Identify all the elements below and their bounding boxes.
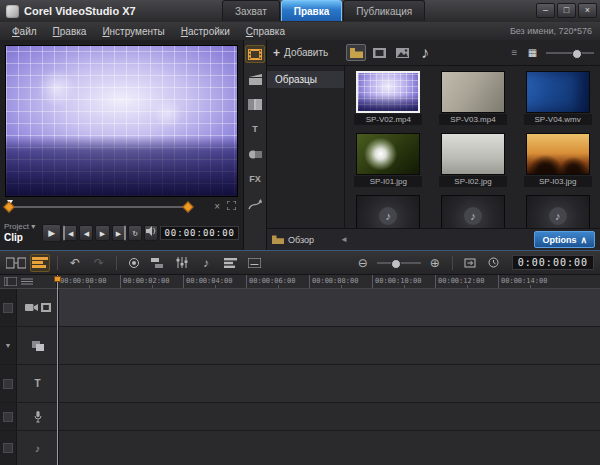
storyboard-view-icon[interactable] — [6, 254, 26, 272]
tab-edit[interactable]: Правка — [281, 0, 343, 21]
library-item[interactable]: SP-V04.wmv — [524, 71, 592, 125]
media-icon[interactable] — [245, 45, 265, 63]
menu-tools[interactable]: Инструменты — [94, 26, 172, 37]
title-track-body[interactable] — [59, 365, 600, 402]
overlay-track-header[interactable] — [17, 327, 59, 364]
show-all-tracks-icon[interactable] — [4, 277, 17, 286]
thumbnail-video[interactable] — [356, 71, 420, 113]
library-item[interactable]: SP-I02.jpg — [439, 133, 507, 187]
minimize-button[interactable]: – — [536, 3, 555, 18]
timeline-ruler[interactable]: 00:00:00:00 00:00:02:00 00:00:04:00 00:0… — [0, 275, 600, 289]
tab-share[interactable]: Публикация — [343, 0, 425, 21]
expand-tracks-button[interactable]: ▼ — [0, 327, 17, 364]
title-track-toggle[interactable] — [0, 365, 17, 402]
add-folder-button[interactable]: + Добавить — [273, 46, 343, 60]
next-frame-button[interactable]: ▶ — [95, 225, 109, 241]
ruler-scale[interactable]: 00:00:00:00 00:00:02:00 00:00:04:00 00:0… — [57, 275, 600, 288]
timeline-zoom-slider[interactable] — [377, 255, 421, 271]
playhead-handle[interactable] — [54, 276, 61, 282]
scroll-left-icon[interactable]: ◄ — [340, 235, 348, 244]
home-button[interactable]: ◀ — [63, 225, 77, 241]
thumbnail-audio[interactable]: ♪ — [356, 195, 420, 228]
video-filter-icon[interactable] — [369, 44, 389, 61]
menu-settings[interactable]: Настройки — [173, 26, 238, 37]
library-item[interactable]: ♪ — [354, 195, 422, 228]
library-item[interactable]: SP-V02.mp4 — [354, 71, 422, 125]
redo-button[interactable]: ↷ — [89, 254, 109, 272]
library-item[interactable]: SP-V03.mp4 — [439, 71, 507, 125]
delete-clip-icon[interactable]: × — [214, 200, 220, 214]
thumbnail-photo[interactable] — [526, 133, 590, 175]
record-capture-icon[interactable] — [124, 254, 144, 272]
thumbnail-size-slider[interactable] — [546, 45, 594, 61]
list-view-icon[interactable]: ≡ — [507, 45, 522, 61]
options-button[interactable]: Options ∧ — [534, 231, 595, 248]
voice-track-header[interactable] — [17, 403, 59, 430]
title-icon[interactable]: T — [245, 120, 265, 138]
menu-edit[interactable]: Правка — [45, 26, 95, 37]
previous-frame-button[interactable]: ◀ — [79, 225, 93, 241]
thumbnail-video[interactable] — [441, 71, 505, 113]
ripple-edit-icon[interactable] — [148, 254, 168, 272]
library-item[interactable]: SP-I01.jpg — [354, 133, 422, 187]
music-track-body[interactable] — [59, 431, 600, 465]
menu-file[interactable]: Файл — [4, 26, 45, 37]
fit-project-icon[interactable] — [460, 254, 480, 272]
project-duration-icon[interactable] — [484, 254, 504, 272]
thumbnail-photo[interactable] — [356, 133, 420, 175]
music-track-header[interactable]: ♪ — [17, 431, 59, 465]
filter-fx-icon[interactable]: FX — [245, 170, 265, 188]
instant-project-icon[interactable] — [245, 70, 265, 88]
timeline-timecode[interactable]: 0:00:00:00 — [512, 255, 594, 270]
graphic-icon[interactable] — [245, 145, 265, 163]
thumbnail-audio[interactable]: ♪ — [441, 195, 505, 228]
video-track-toggle[interactable] — [0, 289, 17, 326]
project-mode-label[interactable]: Project — [4, 222, 29, 231]
track-manager-icon[interactable] — [220, 254, 240, 272]
video-track-header[interactable] — [17, 289, 59, 326]
repeat-button[interactable]: ↻ — [128, 225, 142, 241]
scrubber-track[interactable] — [8, 206, 192, 208]
thumbnail-view-icon[interactable]: ▦ — [525, 45, 540, 61]
project-clip-toggle[interactable]: Project ▾ Clip — [4, 223, 42, 243]
preview-scrubber[interactable]: × — [5, 200, 236, 214]
track-scroll-icon[interactable] — [21, 277, 33, 286]
thumbnail-audio[interactable]: ♪ — [526, 195, 590, 228]
slider-thumb[interactable] — [572, 49, 582, 59]
preview-timecode[interactable]: 00:00:00:00 — [160, 226, 239, 240]
auto-music-icon[interactable]: ♪ — [196, 254, 216, 272]
thumbnail-photo[interactable] — [441, 133, 505, 175]
subtitle-editor-icon[interactable] — [244, 254, 264, 272]
sound-mixer-icon[interactable] — [172, 254, 192, 272]
clip-mode-label[interactable]: Clip — [4, 232, 42, 243]
timeline-view-icon[interactable] — [30, 254, 50, 272]
transition-icon[interactable] — [245, 95, 265, 113]
music-track-toggle[interactable] — [0, 431, 17, 465]
play-button[interactable]: ▶ — [42, 224, 61, 242]
zoom-in-icon[interactable]: ⊕ — [425, 254, 445, 272]
slider-thumb[interactable] — [391, 259, 401, 269]
trim-end-marker[interactable] — [182, 201, 193, 212]
all-media-filter-icon[interactable] — [346, 44, 366, 61]
thumbnail-video[interactable] — [526, 71, 590, 113]
maximize-button[interactable]: □ — [557, 3, 576, 18]
overlay-track-body[interactable] — [59, 327, 600, 364]
voice-track-toggle[interactable] — [0, 403, 17, 430]
mode-dropdown-icon[interactable]: ▾ — [31, 222, 35, 231]
voice-track-body[interactable] — [59, 403, 600, 430]
enlarge-preview-icon[interactable] — [227, 200, 236, 214]
undo-button[interactable]: ↶ — [65, 254, 85, 272]
library-item[interactable]: ♪ — [524, 195, 592, 228]
library-item[interactable]: ♪ — [439, 195, 507, 228]
browse-button[interactable]: Обзор — [272, 235, 314, 245]
title-track-header[interactable]: T — [17, 365, 59, 402]
volume-button[interactable] — [144, 225, 158, 241]
library-item[interactable]: SP-I03.jpg — [524, 133, 592, 187]
folder-item-samples[interactable]: Образцы — [267, 71, 344, 88]
photo-filter-icon[interactable] — [392, 44, 412, 61]
video-track-body[interactable] — [59, 289, 600, 326]
close-button[interactable]: × — [578, 3, 597, 18]
zoom-out-icon[interactable]: ⊖ — [353, 254, 373, 272]
menu-help[interactable]: Справка — [238, 26, 293, 37]
end-button[interactable]: ▶ — [112, 225, 126, 241]
